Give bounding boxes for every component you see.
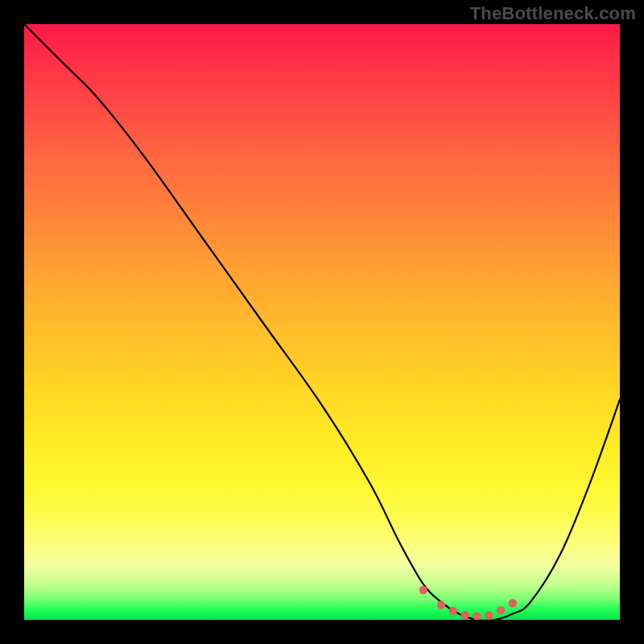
watermark-text: TheBottleneck.com [470, 3, 636, 24]
minimum-marker-group [419, 586, 517, 620]
chart-plot-area [24, 24, 620, 620]
chart-svg [24, 24, 620, 620]
minimum-dot [497, 606, 505, 614]
minimum-dot [473, 612, 481, 620]
minimum-dot [437, 601, 445, 609]
bottleneck-curve [24, 24, 620, 620]
minimum-dot [460, 611, 469, 619]
minimum-dot [509, 599, 517, 607]
minimum-dot [485, 611, 493, 619]
minimum-dot [419, 586, 427, 594]
minimum-dot [449, 607, 457, 615]
